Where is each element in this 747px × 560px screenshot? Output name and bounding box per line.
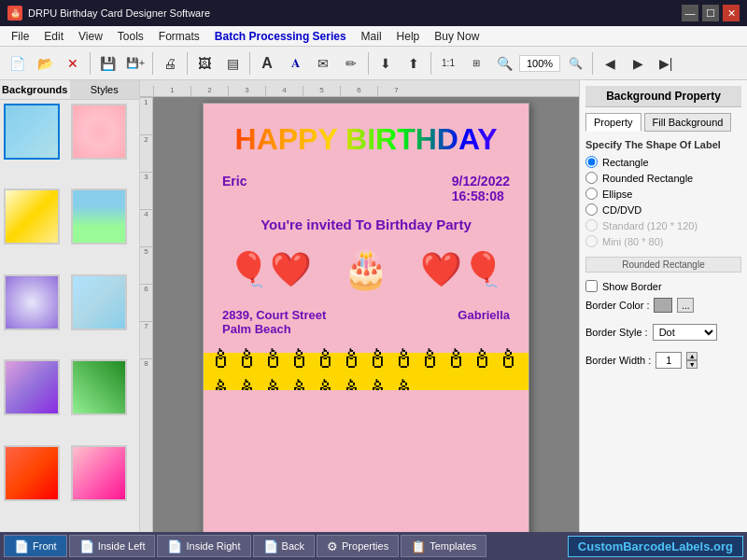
ruler-v-2: 2 [140, 134, 152, 172]
menu-buynow[interactable]: Buy Now [427, 28, 486, 45]
zoom-in-button[interactable]: 🔍 [491, 50, 517, 77]
separator-4 [249, 52, 250, 75]
zoom-display: 100% [519, 55, 560, 72]
border-color-swatch[interactable] [654, 298, 672, 313]
menu-formats[interactable]: Formats [151, 28, 207, 45]
border-width-up[interactable]: ▲ [686, 352, 698, 360]
email-button[interactable]: ✉ [310, 50, 336, 77]
bg-thumb-8[interactable] [71, 359, 127, 415]
next-button[interactable]: ▶ [625, 50, 651, 77]
tab-front[interactable]: 📄 Front [4, 535, 67, 557]
shape-rectangle[interactable]: Rectangle [585, 156, 741, 168]
maximize-button[interactable]: ☐ [702, 5, 719, 21]
border-width-down[interactable]: ▼ [686, 360, 698, 369]
shape-radio-group: Rectangle Rounded Rectangle Ellipse CD/D… [585, 156, 741, 247]
shape-ellipse-radio[interactable] [585, 188, 598, 200]
card-info: Eric 9/12/2022 16:58:08 [204, 166, 529, 211]
shape-rectangle-radio[interactable] [585, 156, 598, 168]
card-canvas: HAPPY BIRTHDAY Eric 9/12/2022 16:58:08 Y… [203, 103, 529, 532]
image-button[interactable]: 🖼 [191, 50, 218, 77]
tab-fill-background[interactable]: Fill Background [644, 113, 732, 132]
fit-button[interactable]: 1:1 [435, 50, 461, 77]
menu-mail[interactable]: Mail [354, 28, 389, 45]
card-invite: You're invited To Birthday Party [204, 211, 529, 238]
shape-cddvd[interactable]: CD/DVD [585, 203, 741, 216]
prev-button[interactable]: ◀ [597, 50, 623, 77]
card-recipient: Gabriella [458, 308, 510, 336]
tab-back[interactable]: 📄 Back [253, 535, 315, 557]
bg-thumb-3[interactable] [4, 189, 60, 245]
tab-property[interactable]: Property [585, 113, 641, 132]
tab-styles[interactable]: Styles [70, 80, 140, 99]
border-width-label: Border Width : [585, 355, 651, 366]
titlebar-controls[interactable]: — ☐ ✕ [682, 5, 740, 21]
draw-button[interactable]: ✏ [338, 50, 364, 77]
border-style-select[interactable]: Dot Solid Dash DashDot [653, 324, 717, 341]
separator-6 [430, 52, 431, 75]
tab-templates[interactable]: 📋 Templates [401, 535, 486, 557]
ruler-v-5: 5 [140, 246, 152, 284]
card-candles: 🕯🕯🕯🕯🕯🕯🕯🕯🕯🕯🕯🕯🕯🕯🕯🕯🕯🕯🕯🕯 [204, 343, 529, 390]
tab-backgrounds[interactable]: Backgrounds [0, 80, 70, 99]
last-button[interactable]: ▶| [653, 50, 679, 77]
card-title: HAPPY BIRTHDAY [204, 104, 529, 166]
bg-thumb-4[interactable] [71, 189, 127, 245]
inside-left-tab-label: Inside Left [98, 540, 146, 552]
separator-7 [592, 52, 593, 75]
ruler-mark-6: 6 [340, 86, 377, 96]
bg-thumb-10[interactable] [71, 445, 127, 501]
close-button[interactable]: ✕ [723, 5, 740, 21]
save-button[interactable]: 💾 [94, 50, 120, 77]
import-button[interactable]: ⬇ [373, 50, 399, 77]
border-width-spinner: ▲ ▼ [686, 352, 698, 369]
bg-thumb-9[interactable] [4, 445, 60, 501]
show-border-checkbox[interactable] [585, 280, 598, 292]
ruler-v-8: 8 [140, 358, 152, 396]
left-panel: Backgrounds Styles [0, 80, 140, 532]
background-grid [0, 100, 139, 532]
bg-thumb-6[interactable] [71, 274, 127, 330]
tab-inside-left[interactable]: 📄 Inside Left [69, 535, 156, 557]
shape-ellipse[interactable]: Ellipse [585, 188, 741, 200]
cake-icon: 🎂 [343, 247, 389, 291]
export-button[interactable]: ⬆ [401, 50, 427, 77]
open-button[interactable]: 📂 [32, 50, 58, 77]
inside-right-tab-label: Inside Right [186, 540, 240, 552]
ruler-mark-3: 3 [228, 86, 265, 96]
separator-3 [187, 52, 188, 75]
card-datetime: 9/12/2022 16:58:08 [452, 174, 510, 203]
save-as-button[interactable]: 💾+ [122, 50, 148, 77]
tab-properties[interactable]: ⚙ Properties [317, 535, 399, 557]
bg-thumb-1[interactable] [4, 104, 60, 160]
menu-tools[interactable]: Tools [110, 28, 151, 45]
close-doc-button[interactable]: ✕ [60, 50, 86, 77]
tab-inside-right[interactable]: 📄 Inside Right [157, 535, 250, 557]
rounded-rect-indicator: Rounded Rectangle [585, 257, 741, 273]
shape-rounded-rect[interactable]: Rounded Rectangle [585, 172, 741, 184]
zoom-out-button[interactable]: 🔍 [562, 50, 588, 77]
shape-rounded-rect-radio[interactable] [585, 172, 598, 184]
bg-thumb-7[interactable] [4, 359, 60, 415]
menu-edit[interactable]: Edit [36, 28, 71, 45]
shape-cddvd-radio[interactable] [585, 203, 598, 216]
border-color-picker-button[interactable]: ... [677, 298, 694, 313]
new-button[interactable]: 📄 [4, 50, 30, 77]
border-color-label: Border Color : [585, 300, 649, 311]
text-button[interactable]: A [254, 50, 280, 77]
menu-file[interactable]: File [4, 28, 36, 45]
barcode-button[interactable]: ▤ [219, 50, 246, 77]
fit-all-button[interactable]: ⊞ [463, 50, 489, 77]
bg-thumb-5[interactable] [4, 274, 60, 330]
bg-thumb-2[interactable] [71, 104, 127, 160]
wordart-button[interactable]: 𝐀 [282, 50, 308, 77]
ruler-v-1: 1 [140, 97, 152, 134]
menu-batch[interactable]: Batch Processing Series [207, 28, 354, 45]
print-button[interactable]: 🖨 [157, 50, 183, 77]
separator-5 [368, 52, 369, 75]
minimize-button[interactable]: — [682, 5, 698, 21]
shape-standard-radio [585, 219, 598, 231]
menu-view[interactable]: View [71, 28, 110, 45]
menu-help[interactable]: Help [389, 28, 428, 45]
app-icon: 🎂 [7, 6, 22, 21]
border-width-input[interactable] [655, 352, 682, 369]
